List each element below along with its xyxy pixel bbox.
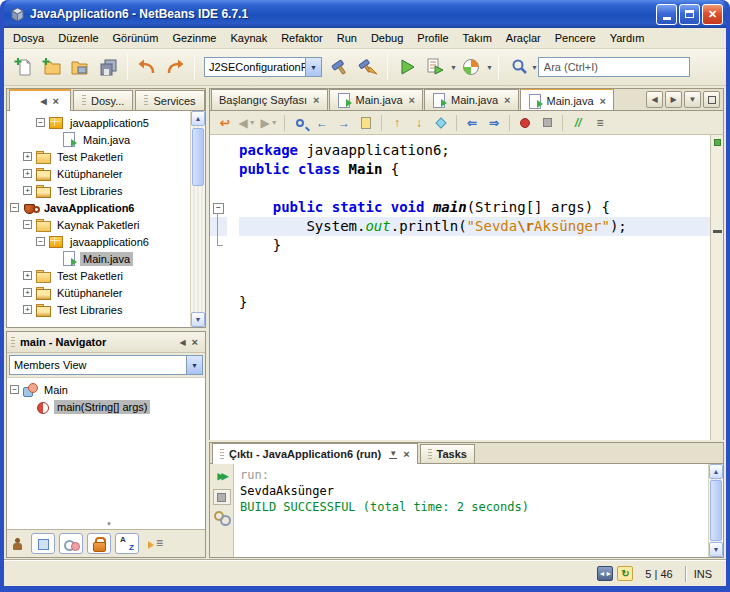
clean-build-project-button[interactable]	[354, 53, 382, 81]
chevron-down-icon[interactable]: ▼	[305, 58, 321, 76]
start-macro-recording-button[interactable]	[514, 113, 536, 133]
project-item-test-paketleri[interactable]: Test Paketleri	[7, 267, 190, 284]
collapse-toggle-icon[interactable]	[36, 118, 45, 127]
tab-files[interactable]: Dosy...	[73, 90, 133, 110]
menu-gezinme[interactable]: Gezinme	[165, 29, 223, 47]
next-bookmark-button[interactable]: ↓	[408, 113, 430, 133]
close-icon[interactable]	[600, 95, 606, 107]
collapse-toggle-icon[interactable]	[23, 220, 32, 229]
editor-tab-2[interactable]: Main.java	[424, 89, 519, 110]
tab-tasks[interactable]: Tasks	[420, 444, 475, 463]
menu-pencere[interactable]: Pencere	[548, 29, 603, 47]
minimize-panel-icon[interactable]: ◀	[37, 97, 49, 106]
toggle-bookmark-button[interactable]	[430, 113, 452, 133]
shift-right-button[interactable]: ⇒	[483, 113, 505, 133]
toggle-highlight-search-button[interactable]	[355, 113, 377, 133]
tab-list-button[interactable]: ▼	[684, 91, 701, 108]
close-icon[interactable]: ×	[189, 336, 201, 348]
chevron-down-icon[interactable]: ▼	[186, 356, 202, 374]
close-icon[interactable]	[313, 94, 319, 106]
scroll-up-button[interactable]: ▲	[709, 464, 723, 479]
tab-output[interactable]: Çıktı - JavaApplication6 (run) ▼	[212, 443, 418, 464]
navigator-item-main[interactable]: Main	[7, 381, 205, 398]
code-line-1[interactable]: package javaapplication6;	[239, 141, 710, 160]
chevron-down-icon[interactable]: ▼	[486, 64, 493, 71]
scroll-up-button[interactable]: ▲	[191, 111, 205, 126]
close-icon[interactable]	[504, 94, 510, 106]
close-button[interactable]: ✕	[702, 4, 723, 25]
find-next-button[interactable]: →	[333, 113, 355, 133]
project-item-main-java[interactable]: Main.java	[7, 250, 190, 267]
project-item-k-t-phaneler[interactable]: Kütüphaneler	[7, 284, 190, 301]
search-icon[interactable]	[510, 57, 530, 77]
output-console[interactable]: run:SevdaAksüngerBUILD SUCCESSFUL (total…	[234, 464, 708, 557]
sync-icon[interactable]: ◄►	[597, 566, 613, 581]
config-combobox[interactable]: J2SEConfigurationPr... ▼	[204, 57, 322, 77]
output-scrollbar[interactable]: ▲ ▼	[708, 464, 723, 557]
navigator-item-main-string-args[interactable]: main(String[] args)	[7, 398, 205, 415]
project-item-test-libraries[interactable]: Test Libraries	[7, 301, 190, 318]
scroll-down-button[interactable]: ▼	[709, 542, 723, 557]
code-line-2[interactable]: public class Main {	[239, 160, 710, 179]
menu-profile[interactable]: Profile	[410, 29, 455, 47]
expand-toggle-icon[interactable]	[23, 186, 32, 195]
tab-projects[interactable]: ◀ ×	[9, 89, 71, 111]
menu-debug[interactable]: Debug	[364, 29, 410, 47]
find-button[interactable]	[289, 113, 311, 133]
code-line-9[interactable]: }	[239, 293, 710, 312]
collapse-toggle-icon[interactable]	[36, 237, 45, 246]
editor-tab-3[interactable]: Main.java	[520, 89, 615, 111]
scrollbar-track[interactable]	[709, 479, 723, 542]
code-line-3[interactable]	[239, 179, 710, 198]
collapse-toggle-icon[interactable]	[10, 385, 19, 394]
close-icon[interactable]: ×	[50, 95, 62, 107]
project-item-test-paketleri[interactable]: Test Paketleri	[7, 148, 190, 165]
editor-tab-1[interactable]: Main.java	[329, 89, 424, 110]
project-item-k-t-phaneler[interactable]: Kütüphaneler	[7, 165, 190, 182]
code-line-8[interactable]	[239, 274, 710, 293]
menu-yard-m[interactable]: Yardım	[603, 29, 652, 47]
search-input[interactable]	[538, 57, 690, 77]
projects-tree[interactable]: javaapplication5Main.javaTest PaketleriK…	[7, 111, 190, 327]
forward-button[interactable]: ▶▼	[258, 113, 280, 133]
last-edit-location-button[interactable]: ↩	[214, 113, 236, 133]
error-stripe[interactable]	[710, 135, 723, 440]
ant-settings-button[interactable]	[213, 510, 231, 526]
collapse-toggle-icon[interactable]	[10, 203, 19, 212]
stop-run-button[interactable]	[213, 489, 231, 505]
find-previous-button[interactable]: ←	[311, 113, 333, 133]
shift-left-button[interactable]: ⇐	[461, 113, 483, 133]
menu-refaktor[interactable]: Refaktor	[274, 29, 330, 47]
project-item-javaapplication5[interactable]: javaapplication5	[7, 114, 190, 131]
previous-bookmark-button[interactable]: ↑	[386, 113, 408, 133]
menu-kaynak[interactable]: Kaynak	[223, 29, 274, 47]
projects-scrollbar[interactable]: ▲ ▼	[190, 111, 205, 327]
scrollbar-track[interactable]	[191, 126, 205, 312]
sort-by-name-button[interactable]	[115, 533, 139, 554]
code-line-5[interactable]: System.out.println("Sevda\rAksünger");	[239, 217, 710, 236]
project-item-javaapplication6[interactable]: JavaApplication6	[7, 199, 190, 216]
expand-toggle-icon[interactable]	[23, 271, 32, 280]
project-item-main-java[interactable]: Main.java	[7, 131, 190, 148]
profile-project-button[interactable]	[457, 53, 485, 81]
menu-ara-lar[interactable]: Araçlar	[499, 29, 548, 47]
code-line-7[interactable]	[239, 255, 710, 274]
rerun-button[interactable]: ▶▶	[213, 468, 231, 484]
new-file-button[interactable]	[10, 53, 38, 81]
update-notification-icon[interactable]: ↻	[617, 566, 633, 581]
menu-tak-m[interactable]: Takım	[456, 29, 499, 47]
pin-icon[interactable]: ▼	[389, 450, 397, 459]
new-project-button[interactable]	[38, 53, 66, 81]
expand-toggle-icon[interactable]	[23, 288, 32, 297]
show-non-public-button[interactable]	[87, 533, 111, 554]
expand-toggle-icon[interactable]	[23, 305, 32, 314]
redo-button[interactable]	[161, 53, 189, 81]
stop-macro-recording-button[interactable]	[536, 113, 558, 133]
menu-g-r-n-m[interactable]: Görünüm	[106, 29, 166, 47]
scroll-down-button[interactable]: ▼	[191, 312, 205, 327]
menu-d-zenle[interactable]: Düzenle	[51, 29, 105, 47]
navigator-tree[interactable]: Mainmain(String[] args)	[7, 378, 205, 529]
scrollbar-thumb[interactable]	[710, 480, 722, 541]
minimize-button[interactable]	[656, 4, 677, 25]
sort-by-source-icon[interactable]	[147, 537, 163, 551]
